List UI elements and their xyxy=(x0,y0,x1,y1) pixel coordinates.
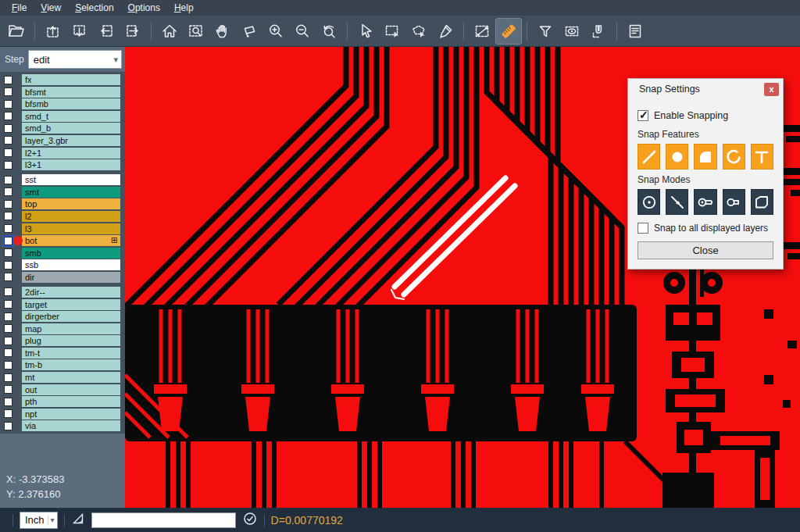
layer-visibility-checkbox[interactable] xyxy=(4,212,12,220)
layer-name[interactable]: out xyxy=(22,384,120,395)
layer-visibility-checkbox[interactable] xyxy=(4,136,12,145)
snap-feature-text-icon[interactable] xyxy=(751,144,773,170)
layer-row[interactable]: dir xyxy=(0,272,120,283)
filter-icon[interactable] xyxy=(533,19,558,44)
layer-visibility-checkbox[interactable] xyxy=(4,348,12,357)
layer-visibility-checkbox[interactable] xyxy=(4,287,12,296)
layer-visibility-checkbox[interactable] xyxy=(4,161,12,170)
snap-mode-slot-end-icon[interactable] xyxy=(723,189,745,215)
layer-visibility-checkbox[interactable] xyxy=(4,312,12,321)
units-select[interactable]: Inch ▾ xyxy=(20,512,58,529)
menu-file[interactable]: File xyxy=(5,1,34,15)
layer-row[interactable]: dirgerber xyxy=(0,311,120,322)
layer-row[interactable]: plug xyxy=(0,335,120,346)
zoom-region-icon[interactable] xyxy=(184,19,209,44)
layer-row[interactable]: mt xyxy=(0,372,120,383)
import-left-icon[interactable] xyxy=(94,19,119,44)
enable-snapping-checkbox[interactable] xyxy=(638,110,648,121)
layer-visibility-checkbox[interactable] xyxy=(4,100,12,109)
layer-row[interactable]: smt xyxy=(0,187,120,198)
layer-row[interactable]: bfsmt xyxy=(0,87,120,98)
snap-feature-arc-icon[interactable] xyxy=(723,144,745,170)
move-view-icon[interactable] xyxy=(237,19,262,44)
layer-visibility-checkbox[interactable] xyxy=(4,409,12,418)
measure-line-icon[interactable] xyxy=(470,19,495,44)
layer-visibility-checkbox[interactable] xyxy=(4,237,12,245)
report-icon[interactable] xyxy=(623,19,648,44)
menu-selection[interactable]: Selection xyxy=(68,1,120,15)
layer-row[interactable]: out xyxy=(0,384,120,395)
layer-visibility-checkbox[interactable] xyxy=(4,248,12,257)
layer-name[interactable]: ssb xyxy=(22,259,120,270)
pan-hand-icon[interactable] xyxy=(210,19,235,44)
step-select[interactable]: edit ▾ xyxy=(28,50,122,69)
layer-name[interactable]: sst xyxy=(22,174,120,185)
layer-row[interactable]: l3 xyxy=(0,223,120,234)
layer-row[interactable]: bfsmb xyxy=(0,98,120,109)
all-layers-row[interactable]: Snap to all displayed layers xyxy=(638,223,773,234)
all-layers-checkbox[interactable] xyxy=(638,223,648,234)
layer-row[interactable]: bot⊞ xyxy=(0,235,120,246)
layer-name[interactable]: tm-b xyxy=(22,359,120,370)
layer-name[interactable]: l3+1 xyxy=(22,159,120,170)
layer-visibility-checkbox[interactable] xyxy=(4,324,12,333)
layer-row[interactable]: pth xyxy=(0,396,120,407)
snap-magnet-icon[interactable] xyxy=(586,19,611,44)
layer-visibility-checkbox[interactable] xyxy=(4,224,12,233)
open-folder-icon[interactable] xyxy=(4,19,29,44)
layer-visibility-checkbox[interactable] xyxy=(4,124,12,133)
layer-row[interactable]: target xyxy=(0,299,120,310)
layer-visibility-checkbox[interactable] xyxy=(4,148,12,157)
layer-row[interactable]: smd_b xyxy=(0,123,120,134)
snap-mode-closest-point-icon[interactable] xyxy=(666,189,688,215)
menu-help[interactable]: Help xyxy=(167,1,201,15)
snap-feature-line-icon[interactable] xyxy=(638,144,660,170)
layer-row[interactable]: npt xyxy=(0,409,120,420)
layer-row[interactable]: l2+1 xyxy=(0,148,120,159)
layer-name[interactable]: smd_b xyxy=(22,123,120,134)
layer-name[interactable]: pth xyxy=(22,396,120,407)
layer-name[interactable]: dirgerber xyxy=(22,311,120,322)
apply-check-icon[interactable] xyxy=(242,511,258,530)
layer-visibility-checkbox[interactable] xyxy=(4,361,12,370)
layer-row[interactable]: tm-b xyxy=(0,359,120,370)
zoom-in-icon[interactable] xyxy=(263,19,288,44)
import-up-icon[interactable] xyxy=(41,19,66,44)
layer-name[interactable]: npt xyxy=(22,409,120,420)
snap-mode-center-icon[interactable] xyxy=(638,189,660,215)
layer-visibility-checkbox[interactable] xyxy=(4,385,12,394)
layer-visibility-checkbox[interactable] xyxy=(4,273,12,281)
rect-select-icon[interactable] xyxy=(380,19,405,44)
layer-name[interactable]: bfsmb xyxy=(22,98,120,109)
snap-feature-pad-icon[interactable] xyxy=(666,144,688,170)
menu-view[interactable]: View xyxy=(34,1,68,15)
layer-row[interactable]: layer_3.gbr xyxy=(0,135,120,146)
layer-name[interactable]: dir xyxy=(22,272,120,283)
layer-visibility-checkbox[interactable] xyxy=(4,200,12,209)
layer-visibility-checkbox[interactable] xyxy=(4,176,12,184)
brush-clean-icon[interactable] xyxy=(433,19,458,44)
layer-row[interactable]: sst xyxy=(0,174,120,185)
menu-options[interactable]: Options xyxy=(121,1,167,15)
layer-name[interactable]: smb xyxy=(22,248,120,259)
layer-visibility-checkbox[interactable] xyxy=(4,398,12,406)
zoom-out-icon[interactable] xyxy=(290,19,315,44)
layer-name[interactable]: l2 xyxy=(22,211,120,222)
layer-row[interactable]: smd_t xyxy=(0,111,120,122)
polygon-select-icon[interactable] xyxy=(406,19,431,44)
close-icon[interactable]: x xyxy=(764,83,779,96)
layer-name[interactable]: top xyxy=(22,198,120,209)
layer-visibility-checkbox[interactable] xyxy=(4,373,12,382)
view-options-icon[interactable] xyxy=(559,19,584,44)
layer-visibility-checkbox[interactable] xyxy=(4,112,12,120)
layer-row[interactable]: 2dir-- xyxy=(0,287,120,298)
layer-name[interactable]: target xyxy=(22,299,120,310)
select-arrow-icon[interactable] xyxy=(353,19,378,44)
layer-name[interactable]: via xyxy=(22,420,120,431)
layer-name[interactable]: layer_3.gbr xyxy=(22,135,120,146)
layer-visibility-checkbox[interactable] xyxy=(4,300,12,309)
layer-visibility-checkbox[interactable] xyxy=(4,76,12,84)
dialog-title-bar[interactable]: Snap Settings x xyxy=(628,79,783,99)
layer-name[interactable]: bfsmt xyxy=(22,87,120,98)
home-icon[interactable] xyxy=(157,19,182,44)
